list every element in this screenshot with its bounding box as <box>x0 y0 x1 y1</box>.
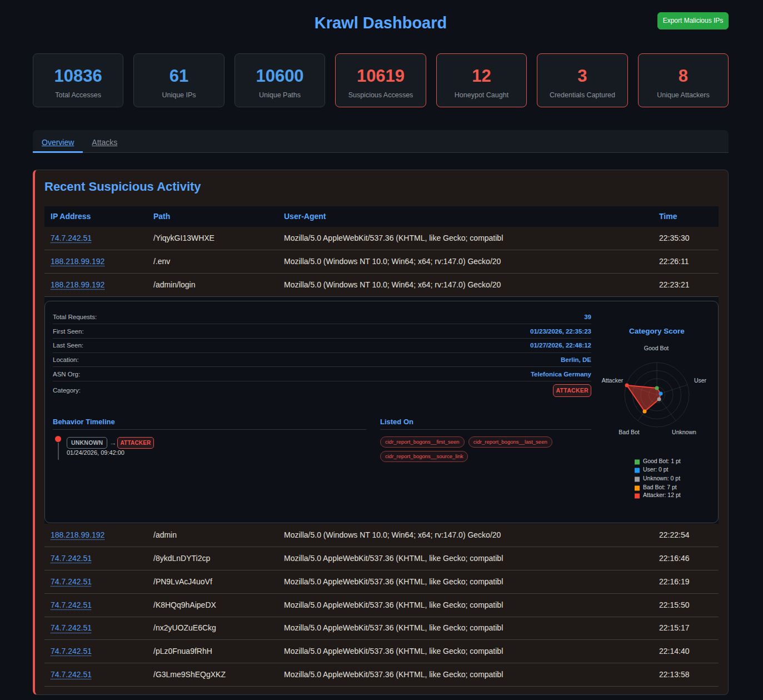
svg-text:Good Bot: Good Bot <box>644 345 669 351</box>
svg-text:Bad Bot: Bad Bot <box>619 429 639 435</box>
svg-text:Unknown: Unknown <box>672 429 696 435</box>
svg-text:Good Bot: 1 pt: Good Bot: 1 pt <box>643 458 681 464</box>
svg-text:Bad Bot: 7 pt: Bad Bot: 7 pt <box>643 484 677 490</box>
svg-text:Attacker: 12 pt: Attacker: 12 pt <box>643 492 681 498</box>
svg-text:User: User <box>694 377 707 384</box>
svg-text:User: 0 pt: User: 0 pt <box>643 466 669 473</box>
svg-text:Unknown: 0 pt: Unknown: 0 pt <box>643 475 680 481</box>
svg-text:Attacker: Attacker <box>602 377 624 384</box>
svg-text:Category Score: Category Score <box>629 327 685 335</box>
